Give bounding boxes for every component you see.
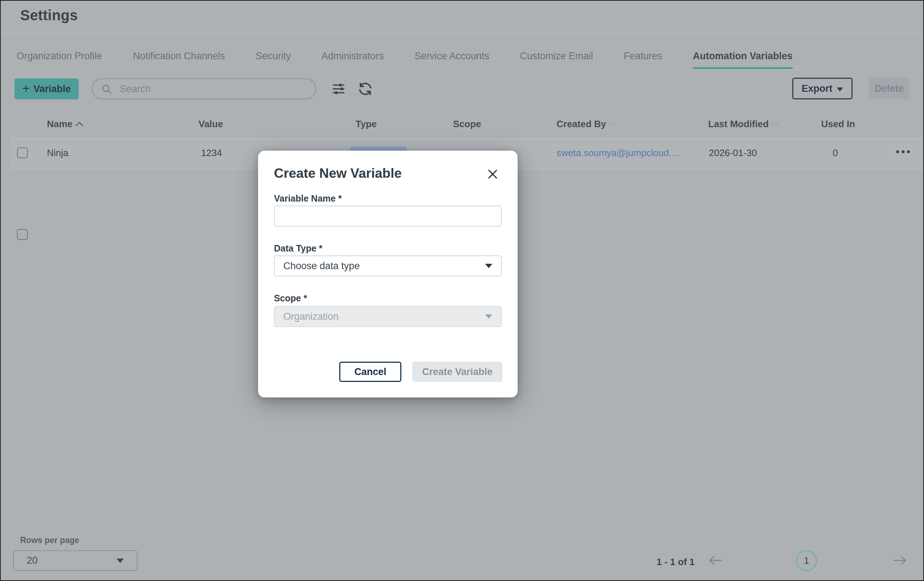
add-variable-label: Variable — [33, 83, 71, 95]
cell-value: 1234 — [201, 147, 222, 159]
column-header-created-by[interactable]: Created By — [556, 119, 617, 130]
column-header-used-in[interactable]: Used In — [821, 119, 855, 130]
plus-icon: + — [22, 82, 30, 95]
modal-close-button[interactable] — [485, 167, 500, 183]
row-checkbox[interactable] — [17, 147, 28, 158]
arrow-left-icon — [708, 555, 723, 566]
cancel-button[interactable]: Cancel — [339, 362, 401, 382]
search-input[interactable] — [92, 78, 316, 99]
previous-page-button[interactable] — [708, 555, 723, 567]
tab-organization-profile[interactable]: Organization Profile — [16, 51, 102, 69]
cell-used-in: 0 — [833, 147, 838, 159]
scope-label: Scope * — [274, 293, 307, 303]
select-all-checkbox[interactable] — [17, 229, 28, 240]
table-header: Name Value Type Scope Created By Last Mo… — [1, 113, 924, 138]
chevron-down-icon — [837, 88, 843, 91]
settings-page: Settings Organization Profile Notificati… — [0, 0, 924, 581]
modal-title: Create New Variable — [274, 166, 402, 181]
arrow-right-icon — [893, 555, 907, 566]
refresh-button[interactable] — [357, 81, 373, 98]
column-header-value[interactable]: Value — [198, 119, 223, 130]
filter-icon — [331, 83, 346, 95]
filter-button[interactable] — [331, 83, 346, 96]
column-header-last-modified[interactable]: Last Modified — [708, 119, 780, 130]
cell-name: Ninja — [47, 147, 68, 159]
row-more-options-button[interactable] — [896, 144, 910, 159]
variable-name-label: Variable Name * — [274, 193, 342, 204]
create-variable-modal: Create New Variable Variable Name * Data… — [258, 151, 518, 397]
create-variable-button[interactable]: Create Variable — [412, 362, 502, 382]
three-dots-icon — [896, 150, 910, 153]
tab-customize-email[interactable]: Customize Email — [520, 51, 593, 69]
tab-service-accounts[interactable]: Service Accounts — [414, 51, 489, 69]
tab-features[interactable]: Features — [624, 51, 662, 69]
cell-last-modified: 2026-01-30 — [709, 147, 757, 159]
scope-select: Organization — [274, 306, 502, 327]
column-header-name[interactable]: Name — [47, 119, 83, 130]
tab-administrators[interactable]: Administrators — [322, 51, 384, 69]
chevron-down-icon — [485, 264, 492, 268]
page-number-button[interactable]: 1 — [796, 550, 817, 571]
close-icon — [487, 168, 499, 180]
scope-value: Organization — [283, 311, 338, 322]
chevron-down-icon — [117, 559, 124, 563]
page-title: Settings — [20, 7, 78, 23]
tab-notification-channels[interactable]: Notification Channels — [133, 51, 225, 69]
rows-per-page-select[interactable]: 20 — [13, 550, 137, 571]
variable-name-input[interactable] — [274, 205, 502, 227]
refresh-icon — [357, 81, 373, 97]
export-label: Export — [802, 83, 833, 94]
tab-security[interactable]: Security — [256, 51, 291, 69]
chevron-down-icon — [485, 315, 492, 319]
next-page-button[interactable] — [893, 555, 907, 567]
sort-asc-icon — [76, 122, 83, 126]
header-divider — [1, 33, 923, 33]
data-type-label: Data Type * — [274, 243, 322, 254]
column-header-type[interactable]: Type — [356, 119, 377, 130]
add-variable-button[interactable]: + Variable — [15, 78, 79, 99]
export-button[interactable]: Export — [792, 78, 853, 99]
delete-button[interactable]: Delete — [869, 78, 909, 99]
rows-per-page-label: Rows per page — [20, 535, 79, 545]
search-field — [92, 78, 316, 99]
column-header-scope[interactable]: Scope — [453, 119, 481, 130]
cell-created-by-link[interactable]: sweta.soumya@jumpcloud.... — [556, 147, 679, 159]
settings-tabs: Organization Profile Notification Channe… — [16, 51, 793, 69]
rows-per-page-value: 20 — [27, 555, 38, 566]
page-number: 1 — [804, 555, 809, 566]
pagination-range: 1 - 1 of 1 — [657, 556, 695, 568]
modal-actions: Cancel Create Variable — [274, 362, 502, 382]
search-icon — [101, 83, 112, 95]
tab-automation-variables[interactable]: Automation Variables — [693, 51, 793, 69]
data-type-select[interactable]: Choose data type — [274, 255, 502, 276]
sort-asc-muted-icon — [609, 122, 617, 126]
data-type-value: Choose data type — [283, 260, 360, 272]
tabs-divider — [1, 70, 923, 70]
sort-asc-muted-icon — [772, 122, 780, 126]
